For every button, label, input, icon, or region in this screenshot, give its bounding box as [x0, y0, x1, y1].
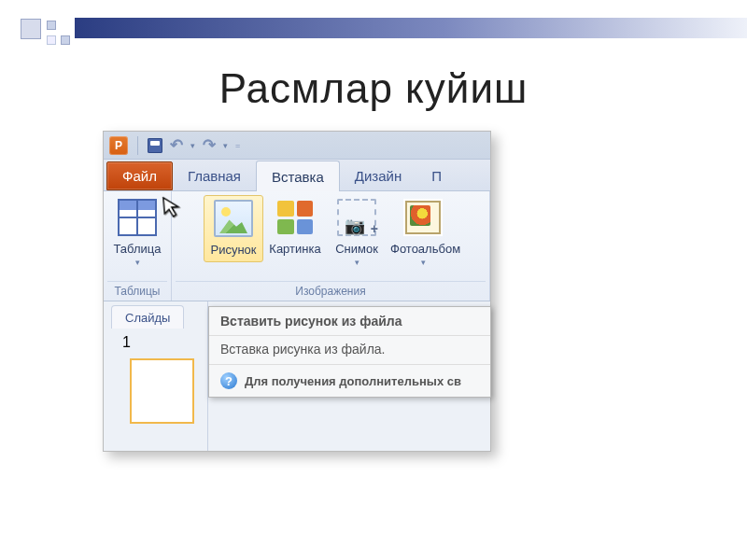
picture-icon	[214, 200, 253, 237]
qat-overflow-icon[interactable]: =	[235, 141, 240, 150]
tab-file[interactable]: Файл	[106, 161, 173, 190]
slide-number: 1	[122, 334, 131, 350]
tooltip-title: Вставить рисунок из файла	[209, 307, 490, 335]
redo-icon[interactable]: ↷	[203, 135, 216, 155]
group-label-tables: Таблицы	[107, 281, 167, 301]
cmd-photo-album[interactable]: Фотоальбом ▾	[388, 195, 458, 271]
ribbon-group-images: Рисунок Картинка + Снимок ▾ Фотоальбом	[172, 191, 490, 301]
cmd-insert-picture[interactable]: Рисунок	[204, 195, 263, 262]
cmd-album-label: Фотоальбом	[390, 242, 460, 256]
tab-design[interactable]: Дизайн	[340, 161, 416, 190]
tooltip: Вставить рисунок из файла Вставка рисунк…	[208, 306, 491, 398]
slide-panel: Слайды 1	[104, 301, 208, 451]
cmd-clipart-label: Картинка	[269, 242, 320, 256]
ribbon: Таблица ▾ Таблицы Рисунок Картинка	[104, 191, 490, 301]
slide-thumb-frame	[130, 358, 194, 424]
photo-album-icon	[403, 199, 443, 236]
app-icon[interactable]: P	[109, 136, 128, 155]
cmd-picture-label: Рисунок	[210, 243, 256, 257]
quick-access-toolbar: P ↶ ▾ ↷ ▾ =	[104, 132, 490, 160]
dropdown-arrow-icon: ▾	[109, 258, 165, 267]
undo-menu-icon[interactable]: ▾	[190, 141, 195, 150]
ribbon-group-tables: Таблица ▾ Таблицы	[104, 191, 172, 301]
clipart-icon	[275, 199, 315, 236]
tooltip-help: ? Для получения дополнительных св	[209, 364, 490, 397]
save-icon[interactable]	[148, 138, 162, 153]
dropdown-arrow-icon: ▾	[390, 258, 456, 267]
tooltip-help-text: Для получения дополнительных св	[245, 374, 461, 388]
cmd-screenshot[interactable]: + Снимок ▾	[327, 195, 387, 271]
group-label-images: Изображения	[176, 281, 486, 301]
qat-customize-icon[interactable]: ▾	[223, 141, 228, 150]
workspace: Слайды 1 Вставить рисунок из файла Встав…	[104, 301, 490, 451]
ribbon-tabs: Файл Главная Вставка Дизайн П	[104, 160, 490, 191]
powerpoint-window: P ↶ ▾ ↷ ▾ = Файл Главная Вставка Дизайн …	[103, 131, 491, 452]
screenshot-icon: +	[337, 199, 376, 236]
help-icon: ?	[220, 372, 237, 389]
qat-separator	[137, 136, 138, 155]
tab-home[interactable]: Главная	[173, 161, 256, 190]
tooltip-body: Вставка рисунка из файла.	[209, 335, 490, 364]
page-title: Расмлар куйиш	[0, 65, 747, 112]
slide-thumbnail[interactable]: 1	[122, 334, 202, 424]
slides-tab[interactable]: Слайды	[111, 305, 184, 329]
table-icon	[118, 199, 157, 236]
dropdown-arrow-icon: ▾	[329, 258, 385, 267]
cmd-table-label: Таблица	[114, 242, 162, 256]
cmd-clipart[interactable]: Картинка	[265, 195, 325, 260]
cmd-screenshot-label: Снимок	[335, 242, 378, 256]
edit-area: Вставить рисунок из файла Вставка рисунк…	[208, 301, 490, 451]
tab-insert[interactable]: Вставка	[256, 161, 340, 191]
undo-icon[interactable]: ↶	[170, 135, 183, 155]
cmd-table[interactable]: Таблица ▾	[107, 195, 167, 271]
slide-top-bar	[75, 18, 747, 38]
tab-next-cut[interactable]: П	[416, 161, 445, 190]
